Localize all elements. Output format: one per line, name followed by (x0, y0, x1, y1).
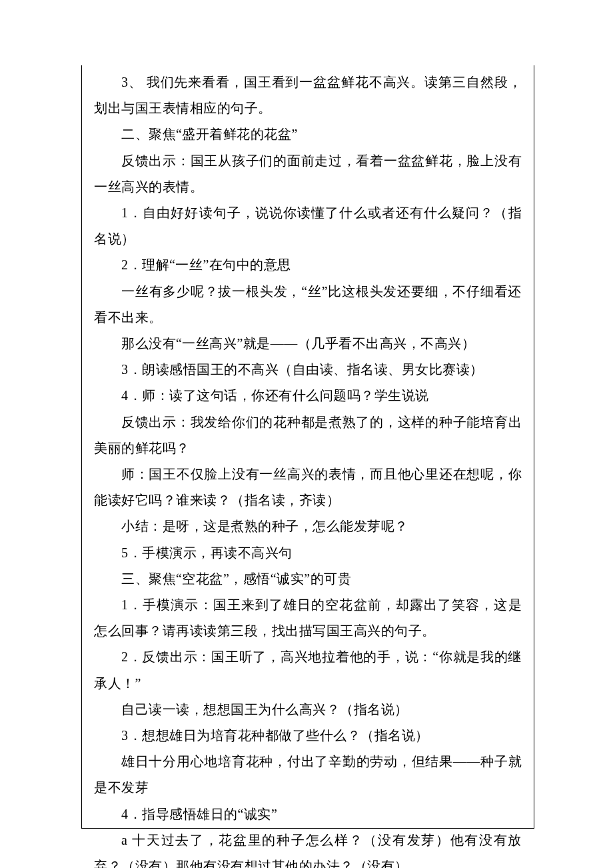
paragraph: 3、 我们先来看看，国王看到一盆盆鲜花不高兴。读第三自然段，划出与国王表情相应的… (94, 69, 522, 121)
paragraph: 3．想想雄日为培育花种都做了些什么？（指名说） (94, 723, 522, 749)
paragraph: 二、聚焦“盛开着鲜花的花盆” (94, 121, 522, 147)
content-box: 3、 我们先来看看，国王看到一盆盆鲜花不高兴。读第三自然段，划出与国王表情相应的… (81, 65, 534, 829)
paragraph: 雄日十分用心地培育花种，付出了辛勤的劳动，但结果——种子就是不发芽 (94, 749, 522, 801)
paragraph: 4．指导感悟雄日的“诚实” (94, 801, 522, 827)
paragraph: 反馈出示：国王从孩子们的面前走过，看着一盆盆鲜花，脸上没有一丝高兴的表情。 (94, 148, 522, 200)
paragraph: a 十天过去了，花盆里的种子怎么样？（没有发芽）他有没有放弃？（没有）那他有没有… (94, 827, 522, 868)
paragraph: 一丝有多少呢？拔一根头发，“丝”比这根头发还要细，不仔细看还看不出来。 (94, 279, 522, 331)
paragraph: 那么没有“一丝高兴”就是——（几乎看不出高兴，不高兴） (94, 331, 522, 357)
page: 3、 我们先来看看，国王看到一盆盆鲜花不高兴。读第三自然段，划出与国王表情相应的… (0, 0, 613, 868)
paragraph: 反馈出示：我发给你们的花种都是煮熟了的，这样的种子能培育出美丽的鲜花吗？ (94, 409, 522, 461)
paragraph: 自己读一读，想想国王为什么高兴？（指名说） (94, 697, 522, 723)
paragraph: 3．朗读感悟国王的不高兴（自由读、指名读、男女比赛读） (94, 357, 522, 383)
paragraph: 2．理解“一丝”在句中的意思 (94, 252, 522, 278)
paragraph: 小结：是呀，这是煮熟的种子，怎么能发芽呢？ (94, 513, 522, 539)
paragraph: 2．反馈出示：国王听了，高兴地拉着他的手，说：“你就是我的继承人！” (94, 644, 522, 696)
paragraph: 1．自由好好读句子，说说你读懂了什么或者还有什么疑问？（指名说） (94, 200, 522, 252)
paragraph: 三、聚焦“空花盆”，感悟“诚实”的可贵 (94, 566, 522, 592)
paragraph: 5．手模演示，再读不高兴句 (94, 540, 522, 566)
paragraph: 4．师：读了这句话，你还有什么问题吗？学生说说 (94, 383, 522, 409)
paragraph: 1．手模演示：国王来到了雄日的空花盆前，却露出了笑容，这是怎么回事？请再读读第三… (94, 592, 522, 644)
paragraph: 师：国王不仅脸上没有一丝高兴的表情，而且他心里还在想呢，你能读好它吗？谁来读？（… (94, 461, 522, 513)
